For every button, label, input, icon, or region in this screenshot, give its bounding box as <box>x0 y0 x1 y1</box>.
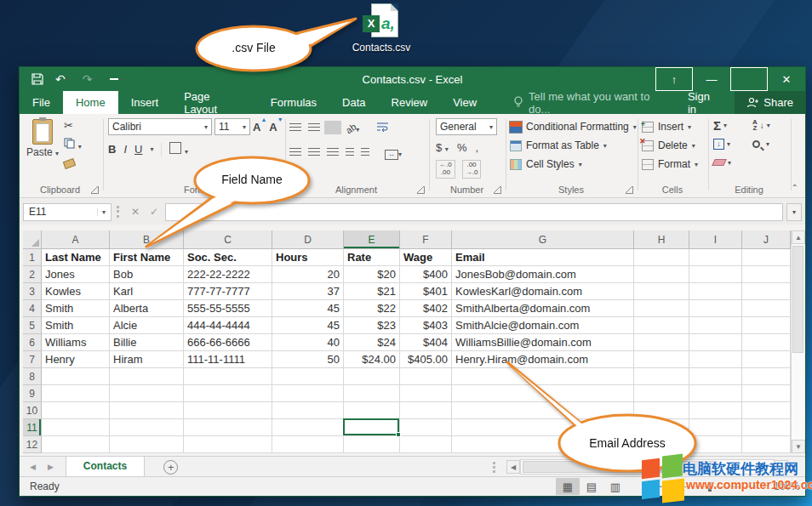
increase-indent-button[interactable] <box>361 148 369 156</box>
cell-A9[interactable] <box>42 385 110 402</box>
cell-J5[interactable] <box>742 317 791 334</box>
cell-F1[interactable]: Wage <box>400 249 452 266</box>
cell-F4[interactable]: $402 <box>400 300 452 317</box>
cell-F8[interactable] <box>400 368 452 385</box>
row-header-3[interactable]: 3 <box>23 283 42 300</box>
cell-B5[interactable]: Alcie <box>110 317 184 334</box>
cell-D12[interactable] <box>272 436 344 453</box>
cell-J10[interactable] <box>742 402 791 419</box>
paste-button[interactable]: Paste ▾ <box>25 117 60 179</box>
scroll-down-button[interactable]: ▼ <box>792 440 805 453</box>
cell-I1[interactable] <box>689 249 742 266</box>
increase-font-button[interactable]: A▲ <box>253 121 266 134</box>
cell-G1[interactable]: Email <box>452 249 634 266</box>
currency-format-button[interactable]: $ ▾ <box>436 141 449 154</box>
column-header-G[interactable]: G <box>452 230 634 249</box>
cell-E2[interactable]: $20 <box>344 266 400 283</box>
number-dialog-launcher[interactable] <box>494 186 501 194</box>
comma-format-button[interactable]: , <box>475 141 478 154</box>
cell-A1[interactable]: Last Name <box>42 249 110 266</box>
cell-J3[interactable] <box>742 283 791 300</box>
page-break-view-button[interactable]: ▥ <box>603 478 627 495</box>
scroll-right-button[interactable]: ▶ <box>775 460 788 474</box>
new-sheet-button[interactable]: + <box>163 460 178 475</box>
cell-F5[interactable]: $403 <box>400 317 452 334</box>
column-header-J[interactable]: J <box>742 230 791 249</box>
cell-D11[interactable] <box>272 419 344 436</box>
cell-F3[interactable]: $401 <box>400 283 452 300</box>
column-header-A[interactable]: A <box>42 230 110 249</box>
row-header-5[interactable]: 5 <box>23 317 42 334</box>
ribbon-display-options-button[interactable]: ↑ <box>655 67 693 91</box>
cell-B12[interactable] <box>110 436 184 453</box>
cell-B6[interactable]: Billie <box>110 334 184 351</box>
cell-E10[interactable] <box>344 402 400 419</box>
cell-C8[interactable] <box>184 368 272 385</box>
save-button[interactable] <box>31 73 43 85</box>
cell-D4[interactable]: 45 <box>272 300 344 317</box>
cell-A10[interactable] <box>42 402 110 419</box>
insert-cells-button[interactable]: ＋Insert▾ <box>642 117 698 136</box>
align-right-button[interactable] <box>327 148 339 156</box>
underline-dropdown[interactable]: ▾ <box>150 145 153 153</box>
column-header-I[interactable]: I <box>689 230 742 249</box>
cell-B10[interactable] <box>110 402 184 419</box>
cell-A3[interactable]: Kowles <box>42 283 110 300</box>
cell-A6[interactable]: Williams <box>42 334 110 351</box>
cell-I3[interactable] <box>689 283 742 300</box>
zoom-in-button[interactable]: + <box>761 480 767 492</box>
copy-button[interactable]: ▾ <box>64 138 93 151</box>
cell-D5[interactable]: 45 <box>272 317 344 334</box>
ribbon-tab-file[interactable]: File <box>20 91 63 114</box>
undo-button[interactable]: ↶▾ <box>55 72 71 86</box>
ribbon-tab-home[interactable]: Home <box>63 91 118 114</box>
bold-button[interactable]: B <box>108 143 116 156</box>
cell-A11[interactable] <box>42 419 110 436</box>
row-header-1[interactable]: 1 <box>23 249 42 266</box>
cell-E4[interactable]: $22 <box>344 300 400 317</box>
find-select-button[interactable]: ▾ <box>752 136 770 151</box>
cell-J4[interactable] <box>742 300 791 317</box>
cell-C6[interactable]: 666-66-6666 <box>184 334 272 351</box>
cell-D2[interactable]: 20 <box>272 266 344 283</box>
cell-H3[interactable] <box>634 283 689 300</box>
cell-E9[interactable] <box>344 385 400 402</box>
name-box[interactable]: E11▾ <box>23 203 112 221</box>
ribbon-tab-review[interactable]: Review <box>379 91 441 114</box>
cell-E1[interactable]: Rate <box>344 249 400 266</box>
cell-E7[interactable]: $24.00 <box>344 351 400 368</box>
cell-D3[interactable]: 37 <box>272 283 344 300</box>
cell-H4[interactable] <box>634 300 689 317</box>
row-header-11[interactable]: 11 <box>23 419 42 436</box>
cell-C9[interactable] <box>184 385 272 402</box>
row-header-2[interactable]: 2 <box>23 266 42 283</box>
redo-button[interactable]: ↷▾ <box>83 72 98 86</box>
sign-in-button[interactable]: Sign in <box>674 91 735 114</box>
previous-sheet-button[interactable]: ◀ <box>30 463 36 471</box>
cell-E8[interactable] <box>344 368 400 385</box>
cell-E3[interactable]: $21 <box>344 283 400 300</box>
cell-J7[interactable] <box>742 351 791 368</box>
percent-format-button[interactable]: % <box>457 141 467 154</box>
row-header-8[interactable]: 8 <box>23 368 42 385</box>
cell-A7[interactable]: Henry <box>42 351 110 368</box>
cell-I4[interactable] <box>689 300 742 317</box>
cell-F6[interactable]: $404 <box>400 334 452 351</box>
cell-A2[interactable]: Jones <box>42 266 110 283</box>
cell-H2[interactable] <box>634 266 689 283</box>
cell-F11[interactable] <box>400 419 452 436</box>
cell-F9[interactable] <box>400 385 452 402</box>
cell-B9[interactable] <box>110 385 184 402</box>
cell-D7[interactable]: 50 <box>272 351 344 368</box>
cell-A8[interactable] <box>42 368 110 385</box>
decrease-font-button[interactable]: A▼ <box>269 121 283 134</box>
cell-B2[interactable]: Bob <box>110 266 184 283</box>
format-painter-button[interactable] <box>64 157 93 170</box>
ribbon-tab-page-layout[interactable]: Page Layout <box>171 91 258 114</box>
cell-J1[interactable] <box>742 249 791 266</box>
normal-view-button[interactable]: ▦ <box>556 478 580 495</box>
next-sheet-button[interactable]: ▶ <box>48 463 54 471</box>
cut-button[interactable]: ✂ <box>64 119 93 132</box>
autosum-button[interactable]: Σ▾ <box>713 117 731 133</box>
cell-C3[interactable]: 777-77-7777 <box>184 283 272 300</box>
